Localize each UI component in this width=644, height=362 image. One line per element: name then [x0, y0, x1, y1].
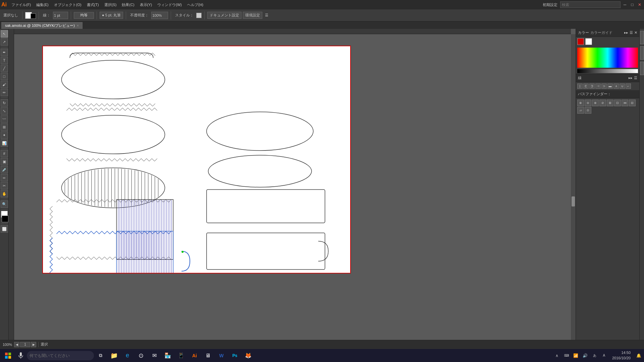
shape-plain-oval-2[interactable]: [208, 155, 312, 187]
chrome-icon[interactable]: ⊙: [134, 349, 148, 362]
stroke-color-well[interactable]: [2, 216, 8, 222]
task-view-button[interactable]: ⧉: [94, 349, 107, 362]
pf-outline[interactable]: ▱: [577, 107, 584, 114]
system-clock[interactable]: 14:50 2016/10/20: [609, 350, 633, 361]
symbol-tool[interactable]: ✦: [1, 131, 8, 139]
ime-icon[interactable]: あ: [591, 351, 599, 360]
zoom-prev-btn[interactable]: ◀: [14, 342, 19, 347]
panel-collapse-icon[interactable]: ▸▸: [624, 31, 628, 35]
warp-tool[interactable]: 〰: [1, 115, 8, 123]
menu-effect[interactable]: 効果(C): [120, 2, 136, 8]
email-icon[interactable]: ✉: [148, 349, 161, 362]
stroke-join-round[interactable]: ∪: [620, 83, 625, 89]
line-tool[interactable]: ╱: [1, 65, 8, 72]
shape-serrated-oval-1[interactable]: [61, 53, 165, 106]
ime-2-icon[interactable]: A: [600, 351, 608, 360]
pf-trim[interactable]: ⊡: [614, 100, 621, 106]
rotate-tool[interactable]: ↻: [1, 99, 8, 107]
more-options-icon[interactable]: ☰: [264, 12, 270, 18]
direct-selection-tool[interactable]: ↗: [1, 38, 8, 46]
grayscale-bar[interactable]: [577, 69, 638, 73]
pen-tool[interactable]: ✒: [1, 49, 8, 56]
search-input[interactable]: [560, 1, 621, 8]
remote-desktop-icon[interactable]: 🖥: [201, 349, 215, 362]
pf-crop[interactable]: ⊟: [629, 100, 636, 106]
foreground-color-swatch[interactable]: [577, 38, 584, 45]
collapse-tab-2[interactable]: [640, 46, 644, 60]
shape-plain-oval-1[interactable]: [207, 112, 313, 150]
collapse-tab-3[interactable]: [640, 62, 644, 75]
stroke-align-outside[interactable]: ⊐: [589, 83, 595, 89]
stroke-align-inside[interactable]: ⊏: [583, 83, 589, 89]
env-settings-button[interactable]: 環境設定: [243, 12, 262, 19]
scale-tool[interactable]: ⤡: [1, 107, 8, 115]
scissors-tool[interactable]: ✂: [1, 182, 8, 189]
close-button[interactable]: ✕: [637, 2, 643, 8]
rect-tool[interactable]: □: [1, 73, 8, 80]
v-scroll-thumb[interactable]: [572, 196, 575, 206]
style-swatch[interactable]: [196, 13, 202, 18]
stroke-join-bevel[interactable]: ⌐: [626, 83, 631, 89]
pf-unite[interactable]: ⊕: [577, 100, 584, 106]
background-color-swatch[interactable]: [585, 38, 592, 45]
zoom-tool[interactable]: 🔍: [1, 200, 8, 208]
type-tool[interactable]: T: [1, 57, 8, 64]
pf-divide[interactable]: ⊞: [607, 100, 613, 106]
menu-object[interactable]: オブジェクト(O): [52, 2, 84, 8]
opacity-input[interactable]: 100%: [151, 12, 168, 19]
menu-file[interactable]: ファイル(F): [9, 2, 33, 8]
stroke-panel-menu[interactable]: ☰: [634, 76, 637, 80]
doc-settings-button[interactable]: ドキュメント設定: [207, 12, 241, 19]
file-explorer-icon[interactable]: 📁: [107, 349, 121, 362]
screen-mode-btn[interactable]: ⬜: [1, 225, 8, 233]
illustrator-taskbar-icon[interactable]: Ai: [188, 349, 201, 362]
stroke-cap-round[interactable]: ⊃: [601, 83, 607, 89]
shape-blue-rect-selected[interactable]: [50, 231, 190, 273]
last-icon[interactable]: 🦊: [241, 349, 255, 362]
shape-rect-with-hook[interactable]: [207, 233, 328, 269]
shape-striped-oval[interactable]: [61, 168, 165, 208]
pf-minus-back[interactable]: ⊙: [585, 107, 591, 114]
notification-icon[interactable]: 🔔: [635, 351, 643, 360]
network-icon[interactable]: 📶: [572, 351, 580, 360]
menu-select[interactable]: 選択(S): [102, 2, 119, 8]
canvas-area[interactable]: [9, 29, 576, 352]
stroke-panel-collapse[interactable]: ▸▸: [629, 76, 633, 80]
blend-tool[interactable]: ∞: [1, 174, 8, 181]
color-gradient-bar[interactable]: [577, 48, 638, 68]
pf-minus-front[interactable]: ⊖: [585, 100, 591, 106]
gradient-tool[interactable]: ▣: [1, 158, 8, 165]
panel-menu-icon[interactable]: ☰: [630, 31, 633, 35]
keyboard-icon[interactable]: ⌨: [562, 351, 571, 360]
word-icon[interactable]: W: [215, 349, 228, 362]
stroke-align-center[interactable]: |: [577, 83, 583, 89]
show-hidden-icons[interactable]: ∧: [553, 351, 561, 360]
graph-tool[interactable]: 📊: [1, 139, 8, 147]
stroke-style-preview[interactable]: 均等: [74, 12, 94, 19]
menu-view[interactable]: 表示(Y): [138, 2, 154, 8]
stroke-swatch[interactable]: [31, 13, 36, 19]
phone-icon[interactable]: 📱: [174, 349, 188, 362]
taskbar-search-input[interactable]: [27, 351, 94, 360]
mesh-tool[interactable]: #: [1, 150, 8, 157]
start-button[interactable]: [1, 349, 15, 362]
eyedropper-tool[interactable]: 💉: [1, 166, 8, 173]
document-tab[interactable]: sak.amoto.ai @ 100% (CMYK/プレビュー) ×: [1, 22, 83, 29]
shape-serrated-oval-2[interactable]: [61, 108, 165, 161]
tab-close-button[interactable]: ×: [77, 24, 79, 27]
vertical-scrollbar[interactable]: [571, 34, 576, 352]
store-icon[interactable]: 🏪: [161, 349, 174, 362]
stroke-cap-butt[interactable]: ⊣: [595, 83, 601, 89]
stroke-join-miter[interactable]: ∧: [613, 83, 619, 89]
pf-merge[interactable]: ⋈: [622, 100, 628, 106]
page-number-input[interactable]: [20, 342, 30, 347]
minimize-button[interactable]: ─: [622, 2, 628, 8]
edge-browser-icon[interactable]: e: [121, 349, 134, 362]
volume-icon[interactable]: 🔊: [581, 351, 589, 360]
paintbrush-tool[interactable]: 🖌: [1, 81, 8, 88]
search-mic-button[interactable]: [15, 349, 27, 362]
menu-type[interactable]: 書式(T): [85, 2, 101, 8]
hand-tool[interactable]: ✋: [1, 190, 8, 197]
maximize-button[interactable]: □: [629, 2, 635, 8]
stroke-width-input[interactable]: 1 pt: [53, 12, 68, 19]
